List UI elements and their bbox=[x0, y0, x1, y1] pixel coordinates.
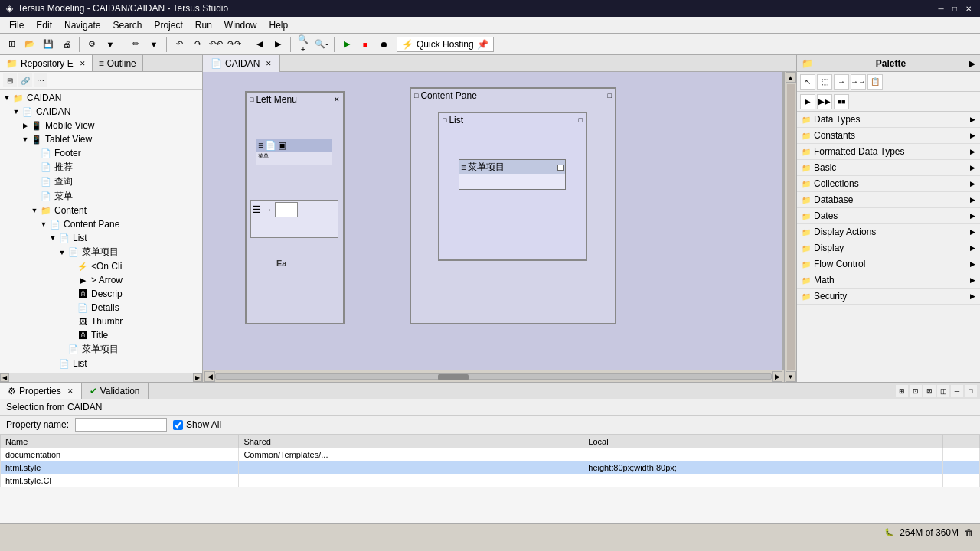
hscroll-thumb[interactable] bbox=[438, 374, 469, 380]
tree-expand-caidan_root[interactable]: ▼ bbox=[2, 94, 12, 102]
quick-hosting-button[interactable]: ⚡ Quick Hosting 📌 bbox=[397, 37, 494, 52]
toolbar-edit-btn[interactable]: ✏ bbox=[127, 36, 144, 53]
hscroll-right-arrow[interactable]: ▶ bbox=[772, 371, 782, 382]
prop-row[interactable]: documentationCommon/Templates/... bbox=[1, 448, 980, 461]
editor-tab-caidan[interactable]: 📄 CAIDAN ✕ bbox=[203, 55, 280, 72]
palette-cat-display-actions[interactable]: 📁Display Actions▶ bbox=[797, 224, 980, 240]
gc-button[interactable]: 🗑 bbox=[965, 527, 974, 538]
vscroll-up[interactable]: ▲ bbox=[786, 72, 796, 83]
palette-cat-formatted-data-types[interactable]: 📁Formatted Data Types▶ bbox=[797, 144, 980, 160]
toolbar-fwd-btn[interactable]: ▶ bbox=[270, 36, 286, 53]
tree-node-list[interactable]: ▼📄List bbox=[2, 231, 201, 245]
tree-expand-content[interactable]: ▼ bbox=[29, 207, 40, 214]
tree-expand-mobile_view[interactable]: ▶ bbox=[20, 122, 31, 129]
show-all-checkbox[interactable] bbox=[173, 420, 183, 430]
canvas-vscroll[interactable]: ▲ ▼ bbox=[784, 72, 796, 382]
bottom-tool5[interactable]: ─ bbox=[951, 385, 963, 397]
palette-expand-icon[interactable]: ▶ bbox=[969, 58, 975, 69]
hscroll-track[interactable] bbox=[9, 373, 193, 382]
collapse-all-btn[interactable]: ⊟ bbox=[3, 73, 17, 87]
toolbar-save-btn[interactable]: 💾 bbox=[40, 36, 57, 53]
prop-row[interactable]: html.style.Cl bbox=[1, 474, 980, 487]
vscroll-track[interactable] bbox=[787, 84, 795, 370]
palette-cat-math[interactable]: 📁Math▶ bbox=[797, 272, 980, 289]
tree-node-caidan_xm2[interactable]: 📄菜单项目 bbox=[2, 342, 201, 357]
toolbar-edit2-btn[interactable]: ▼ bbox=[145, 36, 162, 53]
tab-outline[interactable]: ≡ Outline bbox=[93, 55, 143, 71]
palette-cat-display[interactable]: 📁Display▶ bbox=[797, 240, 980, 256]
bottom-tool6[interactable]: □ bbox=[965, 385, 977, 397]
tree-node-descrip[interactable]: 🅰Descrip bbox=[2, 287, 201, 301]
tree-node-list2[interactable]: 📄List bbox=[2, 357, 201, 370]
bottom-tool3[interactable]: ⊠ bbox=[923, 385, 936, 397]
toolbar-settings-btn[interactable]: ⚙ bbox=[83, 36, 100, 53]
toolbar-print-btn[interactable]: 🖨 bbox=[58, 36, 75, 53]
menu-item-help[interactable]: Help bbox=[263, 18, 295, 32]
palette-play-btn[interactable]: ▶ bbox=[800, 94, 815, 109]
tree-node-details[interactable]: 📄Details bbox=[2, 301, 201, 315]
toolbar-record-btn[interactable]: ⏺ bbox=[375, 36, 392, 53]
palette-cat-collections[interactable]: 📁Collections▶ bbox=[797, 176, 980, 192]
tree-node-chaxun[interactable]: 📄查询 bbox=[2, 174, 201, 189]
palette-arrow2-btn[interactable]: →→ bbox=[851, 74, 866, 90]
hscroll-left-arrow[interactable]: ◀ bbox=[204, 371, 215, 382]
tree-node-content_pane[interactable]: ▼📄Content Pane bbox=[2, 217, 201, 231]
toolbar-new-btn[interactable]: ⊞ bbox=[3, 36, 20, 53]
tree-node-title[interactable]: 🅰Title bbox=[2, 328, 201, 342]
tree-expand-tablet_view[interactable]: ▼ bbox=[20, 135, 31, 143]
left-hscroll[interactable]: ◀ ▶ bbox=[0, 373, 202, 382]
minimize-button[interactable]: ─ bbox=[936, 3, 946, 14]
property-name-input[interactable] bbox=[75, 418, 167, 432]
palette-arrow-btn[interactable]: → bbox=[834, 74, 849, 90]
canvas-area[interactable]: □ Left Menu ✕ ≡ 📄 ▣ 菜单 ☰ bbox=[203, 72, 796, 382]
close-button[interactable]: ✕ bbox=[963, 3, 974, 14]
menu-item-window[interactable]: Window bbox=[218, 18, 263, 32]
maximize-button[interactable]: □ bbox=[949, 3, 960, 14]
link-btn[interactable]: 🔗 bbox=[18, 73, 32, 87]
palette-play2-btn[interactable]: ▶▶ bbox=[817, 94, 832, 109]
tree-node-tablet_view[interactable]: ▼📱Tablet View bbox=[2, 132, 201, 146]
hscroll-right[interactable]: ▶ bbox=[193, 373, 202, 382]
tree-node-tuijian[interactable]: 📄推荐 bbox=[2, 160, 201, 174]
tab-repo-close[interactable]: ✕ bbox=[80, 60, 86, 67]
toolbar-undo-btn[interactable]: ↶ bbox=[171, 36, 188, 53]
tab-properties-close[interactable]: ✕ bbox=[67, 387, 74, 395]
toolbar-open-btn[interactable]: 📂 bbox=[21, 36, 38, 53]
canvas-hscroll[interactable]: ◀ ▶ bbox=[203, 370, 784, 382]
palette-select-btn[interactable]: ⬚ bbox=[817, 74, 832, 90]
tree-node-thumbr[interactable]: 🖼Thumbr bbox=[2, 315, 201, 328]
bottom-tool2[interactable]: ⊡ bbox=[910, 385, 922, 397]
show-all-checkbox-label[interactable]: Show All bbox=[173, 419, 221, 430]
tree-node-on_click[interactable]: ⚡<On Cli bbox=[2, 259, 201, 273]
palette-cat-database[interactable]: 📁Database▶ bbox=[797, 192, 980, 208]
menu-item-run[interactable]: Run bbox=[189, 18, 218, 32]
tree-expand-list[interactable]: ▼ bbox=[47, 234, 58, 242]
tab-validation[interactable]: ✔ Validation bbox=[82, 383, 149, 399]
hscroll-track[interactable] bbox=[215, 373, 772, 380]
palette-page-btn[interactable]: 📋 bbox=[867, 74, 883, 90]
toolbar-zoomout-btn[interactable]: 🔍- bbox=[313, 36, 330, 53]
toolbar-redo-btn[interactable]: ↷↷ bbox=[226, 36, 243, 53]
bottom-tool4[interactable]: ◫ bbox=[937, 385, 949, 397]
tree-node-caidan_xm[interactable]: ▼📄菜单项目 bbox=[2, 245, 201, 259]
tab-repository[interactable]: 📁 Repository E ✕ bbox=[0, 55, 93, 71]
left-menu-widget2[interactable]: ☰ → bbox=[250, 200, 338, 238]
tree-node-content[interactable]: ▼📁Content bbox=[2, 204, 201, 217]
palette-cat-security[interactable]: 📁Security▶ bbox=[797, 289, 980, 305]
editor-tab-close[interactable]: ✕ bbox=[266, 60, 272, 67]
tree-node-arrow[interactable]: ▶> Arrow bbox=[2, 273, 201, 287]
vscroll-down[interactable]: ▼ bbox=[786, 371, 796, 382]
menu-item-search[interactable]: Search bbox=[106, 18, 148, 32]
toolbar-stop-btn[interactable]: ■ bbox=[357, 36, 374, 53]
palette-cat-basic[interactable]: 📁Basic▶ bbox=[797, 160, 980, 176]
palette-cat-flow-control[interactable]: 📁Flow Control▶ bbox=[797, 256, 980, 272]
toolbar-settings2-btn[interactable]: ▼ bbox=[102, 36, 119, 53]
list-item-widget[interactable]: ≡ 菜单项目 bbox=[459, 159, 566, 190]
prop-row[interactable]: html.styleheight:80px;width:80px; bbox=[1, 461, 980, 474]
toolbar-play-btn[interactable]: ▶ bbox=[338, 36, 355, 53]
palette-cursor-btn[interactable]: ↖ bbox=[800, 74, 815, 90]
left-menu-widget1[interactable]: ≡ 📄 ▣ 菜单 bbox=[256, 139, 332, 165]
tree-node-mobile_view[interactable]: ▶📱Mobile View bbox=[2, 119, 201, 132]
toolbar-zoomin-btn[interactable]: 🔍+ bbox=[295, 36, 312, 53]
tree-expand-content_pane[interactable]: ▼ bbox=[38, 220, 49, 228]
